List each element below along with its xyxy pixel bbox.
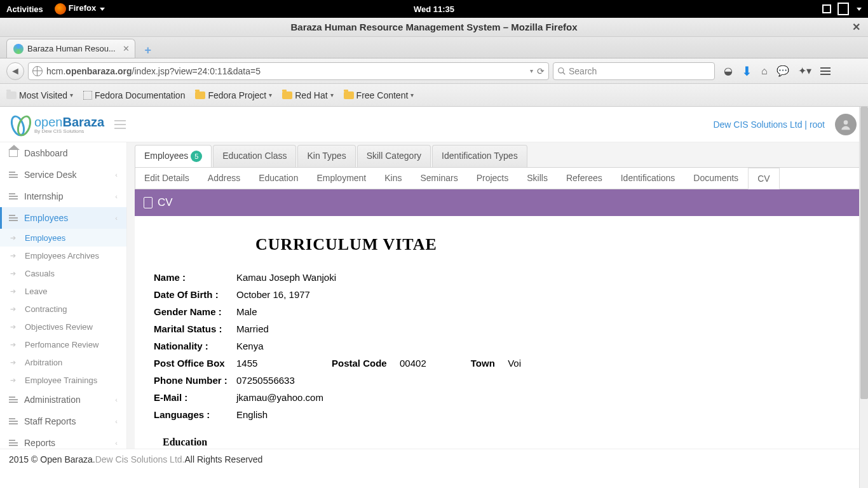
sub-tabs: Edit Details Address Education Employmen…: [135, 167, 860, 189]
tab-skill-category[interactable]: Skill Category: [357, 145, 431, 167]
sidebar-item-internship[interactable]: Internship‹: [0, 186, 126, 207]
sidebar-toggle-button[interactable]: [114, 120, 126, 129]
sidebar-sub-employees[interactable]: ➔Employees: [0, 229, 126, 247]
arrow-icon: ➔: [10, 323, 16, 331]
sidebar-item-service-desk[interactable]: Service Desk‹: [0, 164, 126, 186]
employees-count-badge: 5: [191, 151, 202, 162]
bookmark-fedora-project[interactable]: Fedora Project▾: [195, 90, 272, 100]
cv-heading: CURRICULUM VITAE: [255, 235, 841, 254]
list-icon: [9, 215, 18, 221]
sidebar-item-dashboard[interactable]: Dashboard: [0, 142, 126, 164]
subtab-address[interactable]: Address: [199, 168, 250, 189]
firefox-menu-button[interactable]: [820, 67, 831, 75]
bookmark-fedora-doc[interactable]: Fedora Documentation: [83, 90, 185, 100]
sidebar-sub-objectives[interactable]: ➔Objectives Review: [0, 318, 126, 336]
search-box[interactable]: Search: [553, 62, 715, 80]
browser-tab[interactable]: Baraza Human Resou... ✕: [6, 39, 135, 58]
sidebar-sub-contracting[interactable]: ➔Contracting: [0, 300, 126, 318]
sidebar-sub-archives[interactable]: ➔Employees Archives: [0, 247, 126, 264]
sidebar-sub-performance[interactable]: ➔Perfomance Review: [0, 336, 126, 353]
app-viewport: openBaraza By Dew CIS Solutions Dew CIS …: [0, 107, 868, 469]
sidebar-sub-trainings[interactable]: ➔Employee Trainings: [0, 371, 126, 389]
bookmark-bar: Most Visited▾ Fedora Documentation Fedor…: [0, 84, 868, 107]
search-icon: [557, 67, 566, 76]
value-nationality: Kenya: [236, 341, 332, 351]
firefox-menu[interactable]: Firefox: [55, 3, 105, 15]
label-gender: Gender Name :: [154, 306, 236, 317]
url-dropdown-icon[interactable]: ▾: [530, 67, 533, 74]
home-icon[interactable]: ⌂: [761, 65, 768, 77]
arrow-icon: ➔: [10, 269, 16, 278]
subtab-referees[interactable]: Referees: [557, 168, 612, 189]
tab-employees[interactable]: Employees5: [135, 145, 212, 167]
clock: Wed 11:35: [414, 4, 454, 14]
label-marital: Marital Status :: [154, 323, 236, 334]
subtab-identifications[interactable]: Identifications: [612, 168, 685, 189]
browser-nav-bar: ◄ hcm.openbaraza.org/index.jsp?view=24:0…: [0, 58, 868, 84]
pocket-icon[interactable]: ◒: [724, 65, 733, 77]
arrow-icon: ➔: [10, 252, 16, 260]
system-menu-icon[interactable]: [857, 8, 862, 11]
activities-button[interactable]: Activities: [6, 4, 43, 14]
value-postal: 00402: [400, 358, 426, 369]
page-scrollbar[interactable]: [859, 107, 868, 488]
list-icon: [9, 440, 18, 446]
svg-point-2: [844, 120, 848, 125]
main-content: Employees5 Education Class Kin Types Ski…: [127, 142, 868, 449]
url-text: hcm.openbaraza.org/index.jsp?view=24:0:1…: [46, 66, 526, 76]
section-education: Education: [163, 437, 841, 448]
tab-education-class[interactable]: Education Class: [213, 145, 296, 167]
window-close-button[interactable]: ✕: [852, 21, 860, 33]
bookmark-redhat[interactable]: Red Hat▾: [282, 90, 333, 100]
sidebar-item-administration[interactable]: Administration‹: [0, 389, 126, 410]
sidebar-item-reports[interactable]: Reports‹: [0, 432, 126, 449]
subtab-documents[interactable]: Documents: [684, 168, 748, 189]
tab-identification-types[interactable]: Identification Types: [432, 145, 527, 167]
list-icon: [9, 418, 18, 424]
subtab-projects[interactable]: Projects: [468, 168, 519, 189]
subtab-skills[interactable]: Skills: [518, 168, 557, 189]
sidebar-item-staff-reports[interactable]: Staff Reports‹: [0, 410, 126, 432]
subtab-edit-details[interactable]: Edit Details: [135, 168, 199, 189]
footer-rights: All Rights Reserved: [184, 454, 262, 464]
sidebar-item-employees[interactable]: Employees‹: [0, 207, 126, 229]
extension-icon[interactable]: ✦▾: [798, 65, 811, 77]
subtab-education[interactable]: Education: [250, 168, 308, 189]
sidebar-sub-leave[interactable]: ➔Leave: [0, 282, 126, 300]
subtab-seminars[interactable]: Seminars: [412, 168, 468, 189]
new-tab-button[interactable]: +: [139, 43, 157, 58]
arrow-icon: ➔: [10, 287, 16, 295]
panel-header: CV: [135, 189, 860, 216]
org-user-link[interactable]: Dew CIS Solutions Ltd | root: [713, 119, 825, 130]
reload-button[interactable]: ⟳: [537, 66, 545, 76]
tab-favicon: [13, 44, 24, 54]
avatar[interactable]: [835, 114, 857, 135]
bookmark-free-content[interactable]: Free Content▾: [344, 90, 414, 100]
search-placeholder: Search: [569, 66, 597, 76]
arrow-icon: ➔: [10, 358, 16, 367]
subtab-kins[interactable]: Kins: [376, 168, 411, 189]
value-email: jkamau@yahoo.com: [236, 392, 332, 403]
tray-icon[interactable]: [839, 4, 848, 14]
window-icon[interactable]: [822, 4, 831, 13]
url-bar[interactable]: hcm.openbaraza.org/index.jsp?view=24:0:1…: [28, 62, 549, 80]
subtab-cv[interactable]: CV: [748, 168, 779, 189]
subtab-employment[interactable]: Employment: [308, 168, 376, 189]
tab-close-button[interactable]: ✕: [123, 44, 130, 53]
downloads-icon[interactable]: ⬇: [742, 64, 752, 79]
back-button[interactable]: ◄: [6, 62, 24, 80]
cv-panel: CURRICULUM VITAE Name :Kamau Joseph Wanj…: [135, 216, 860, 449]
chat-icon[interactable]: 💬: [776, 65, 789, 77]
label-dob: Date Of Birth :: [154, 289, 236, 300]
tab-kin-types[interactable]: Kin Types: [297, 145, 355, 167]
scrollbar-thumb[interactable]: [860, 107, 868, 399]
value-marital: Married: [236, 323, 332, 334]
bookmark-most-visited[interactable]: Most Visited▾: [6, 90, 73, 100]
app-logo[interactable]: openBaraza By Dew CIS Solutions: [11, 115, 104, 134]
sidebar-sub-casuals[interactable]: ➔Casuals: [0, 264, 126, 282]
footer-year: 2015 © Open Baraza.: [9, 454, 95, 464]
top-tabs: Employees5 Education Class Kin Types Ski…: [135, 145, 860, 167]
document-icon: [144, 197, 153, 208]
panel-title: CV: [158, 196, 173, 209]
sidebar-sub-arbitration[interactable]: ➔Arbitration: [0, 353, 126, 371]
